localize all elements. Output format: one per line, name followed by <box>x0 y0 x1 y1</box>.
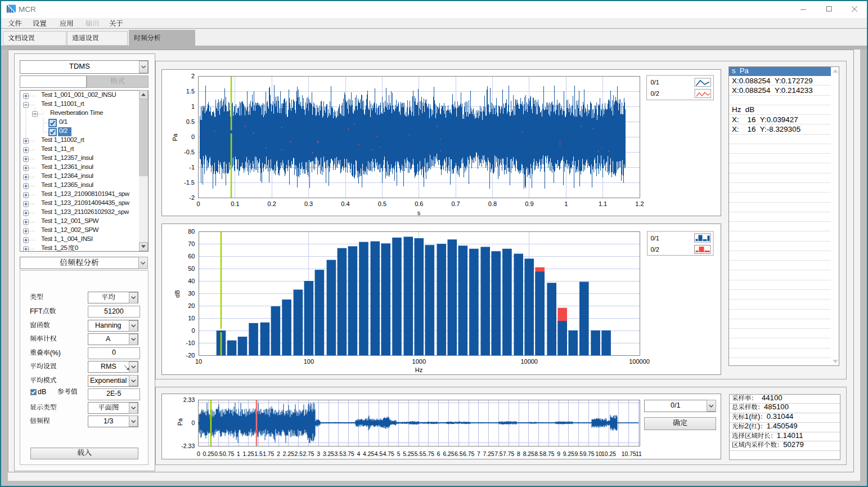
svg-text:0.25: 0.25 <box>203 450 214 457</box>
svg-text:2E-5: 2E-5 <box>106 390 121 397</box>
svg-text:0.4: 0.4 <box>341 200 349 207</box>
svg-text:Test 1_123_210914094435_spw: Test 1_123_210914094435_spw <box>41 199 130 206</box>
svg-text:7: 7 <box>477 450 480 457</box>
svg-text:8.25: 8.25 <box>523 450 534 457</box>
svg-text:51200: 51200 <box>104 307 124 315</box>
svg-text:1/3: 1/3 <box>104 417 113 425</box>
svg-text:2.5: 2.5 <box>294 450 303 457</box>
svg-text:1.14011: 1.14011 <box>776 431 803 440</box>
svg-text:70: 70 <box>188 240 195 247</box>
svg-text:1.1: 1.1 <box>598 200 606 207</box>
svg-text:0.9: 0.9 <box>525 200 533 207</box>
svg-text:3: 3 <box>317 450 320 457</box>
svg-text:11: 11 <box>636 450 642 457</box>
svg-text:-0.5: -0.5 <box>184 149 195 155</box>
svg-text:1.75: 1.75 <box>263 450 274 457</box>
svg-text:0.3: 0.3 <box>304 200 312 207</box>
svg-text:0/2: 0/2 <box>59 127 68 134</box>
svg-text:6.75: 6.75 <box>462 450 474 457</box>
svg-text:2: 2 <box>191 73 194 79</box>
svg-text:3.25: 3.25 <box>322 450 334 457</box>
svg-text:0.5: 0.5 <box>377 200 386 207</box>
svg-text:-1.5: -1.5 <box>184 179 195 186</box>
svg-text:1: 1 <box>564 200 568 207</box>
svg-text:Test 1_11002_rt: Test 1_11002_rt <box>41 136 84 143</box>
svg-text:50: 50 <box>188 265 195 272</box>
svg-text:Test 1_123_210908101941_spw: Test 1_123_210908101941_spw <box>41 190 130 197</box>
svg-text:Exponential: Exponential <box>90 377 127 385</box>
svg-text:0.5: 0.5 <box>186 118 194 125</box>
svg-text:Test 1_12361_insul: Test 1_12361_insul <box>41 163 93 170</box>
svg-text:2(: 2( <box>744 422 751 430</box>
svg-text:Reverberation Time: Reverberation Time <box>50 109 103 116</box>
svg-text:40: 40 <box>188 278 195 284</box>
svg-text:0: 0 <box>191 419 195 426</box>
svg-text:0/1: 0/1 <box>671 401 680 409</box>
svg-text:9: 9 <box>557 450 560 457</box>
svg-text:6.5: 6.5 <box>455 450 463 457</box>
svg-text:6: 6 <box>437 450 440 457</box>
svg-text:8.75: 8.75 <box>543 450 554 457</box>
svg-text:4.5: 4.5 <box>374 450 383 457</box>
svg-text:TDMS: TDMS <box>69 62 90 70</box>
svg-text:0.6: 0.6 <box>415 200 423 207</box>
svg-text:3.75: 3.75 <box>343 450 354 457</box>
svg-text:0.5: 0.5 <box>214 450 223 457</box>
svg-text:0: 0 <box>75 244 79 251</box>
svg-text:Test 1_001_001_002_INSU: Test 1_001_001_002_INSU <box>41 91 116 98</box>
svg-text:0: 0 <box>112 349 116 356</box>
svg-text:Test 1_12_001_SPW: Test 1_12_001_SPW <box>41 217 99 224</box>
svg-text:Test 1_12_002_SPW: Test 1_12_002_SPW <box>41 226 99 233</box>
svg-text:0/2: 0/2 <box>650 90 659 97</box>
svg-text:2.75: 2.75 <box>303 450 314 457</box>
svg-text:X:0.088254 Y:0.172729: X:0.088254 Y:0.172729 <box>732 76 813 84</box>
svg-text:10000: 10000 <box>520 358 538 365</box>
svg-text:9.75: 9.75 <box>583 450 594 457</box>
svg-text:X: 16 Y:-8.329305: X: 16 Y:-8.329305 <box>732 125 800 133</box>
svg-text:4.25: 4.25 <box>363 450 374 457</box>
svg-text:6.25: 6.25 <box>443 450 454 457</box>
svg-text:10: 10 <box>188 315 195 321</box>
svg-text:MCR: MCR <box>19 5 36 14</box>
svg-text:-10: -10 <box>186 339 195 346</box>
svg-text:s Pa: s Pa <box>732 66 749 75</box>
svg-text:A: A <box>106 335 111 343</box>
svg-text:7.25: 7.25 <box>483 450 494 457</box>
svg-text:(%): (%) <box>50 349 60 356</box>
svg-text:485100: 485100 <box>764 403 789 411</box>
svg-text:4.75: 4.75 <box>383 450 394 457</box>
svg-text:7.75: 7.75 <box>503 450 514 457</box>
svg-text:2.25: 2.25 <box>282 450 294 457</box>
svg-text:50279: 50279 <box>783 440 804 449</box>
svg-text:dB: dB <box>38 388 46 396</box>
svg-text:5.75: 5.75 <box>422 450 434 457</box>
svg-text:9.25: 9.25 <box>563 450 574 457</box>
svg-text:0/1: 0/1 <box>650 235 659 242</box>
svg-text:-2.33: -2.33 <box>181 442 195 449</box>
svg-text:Pa: Pa <box>176 417 183 425</box>
svg-text:3.5: 3.5 <box>334 450 343 457</box>
svg-text:0/2: 0/2 <box>650 246 659 253</box>
svg-text:): ) <box>757 412 759 421</box>
svg-text:7.5: 7.5 <box>494 450 503 457</box>
svg-text:1.2: 1.2 <box>635 200 644 207</box>
svg-text:1: 1 <box>237 450 240 457</box>
svg-text:0: 0 <box>196 200 200 207</box>
svg-text:0: 0 <box>191 327 195 334</box>
svg-text:80: 80 <box>188 228 195 235</box>
svg-text:4: 4 <box>357 450 360 457</box>
svg-text:60: 60 <box>188 253 195 260</box>
svg-text:1: 1 <box>191 103 194 110</box>
svg-text:-2: -2 <box>189 194 195 201</box>
svg-text:0.1: 0.1 <box>231 200 239 207</box>
svg-text:1.5: 1.5 <box>186 88 194 95</box>
svg-text:5.25: 5.25 <box>403 450 414 457</box>
svg-text:-1: -1 <box>189 164 195 171</box>
svg-text:s: s <box>417 209 420 216</box>
svg-text:Test 1_12365_insul: Test 1_12365_insul <box>41 181 93 188</box>
svg-text:2: 2 <box>277 450 280 457</box>
svg-text:0/1: 0/1 <box>650 79 659 86</box>
svg-text:0: 0 <box>191 133 194 140</box>
svg-text:FFT: FFT <box>30 307 43 315</box>
svg-text:0.31044: 0.31044 <box>766 412 793 421</box>
